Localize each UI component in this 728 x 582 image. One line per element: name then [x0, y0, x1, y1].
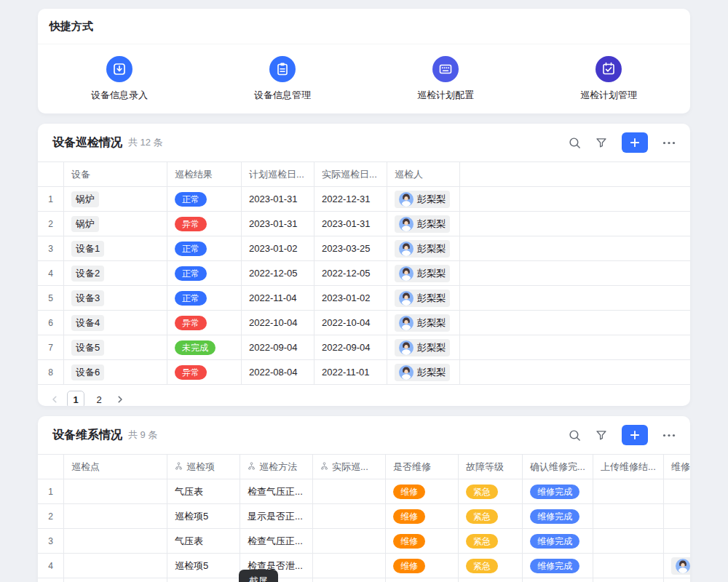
result-cell[interactable]: 正常 — [167, 286, 242, 310]
prev-page-button[interactable] — [48, 394, 61, 404]
plan-date-cell[interactable]: 2023-01-31 — [242, 212, 314, 236]
result-cell[interactable]: 异常 — [167, 311, 242, 335]
page-1[interactable]: 1 — [67, 391, 84, 406]
point-cell[interactable] — [64, 578, 167, 582]
point-cell[interactable] — [64, 504, 167, 528]
level-cell[interactable]: 紧急 — [459, 504, 523, 528]
shortcut-item-2[interactable]: 设备信息管理 — [201, 56, 364, 102]
level-cell[interactable]: 紧急 — [459, 554, 523, 578]
maintenance-search-icon[interactable] — [569, 429, 581, 442]
result-cell[interactable]: 未完成 — [167, 335, 242, 359]
actual-cell[interactable] — [313, 479, 386, 503]
repairer-cell[interactable]: 彭梨梨 — [664, 554, 690, 578]
column-header[interactable]: 巡检人 — [387, 162, 460, 186]
actual-date-cell[interactable]: 2022-12-05 — [314, 261, 387, 285]
column-header[interactable]: 确认维修完... — [523, 455, 593, 479]
actual-date-cell[interactable]: 2023-01-02 — [314, 286, 387, 310]
inspector-cell[interactable]: 彭梨梨 — [387, 187, 460, 211]
device-cell[interactable]: 设备6 — [64, 360, 167, 384]
confirm-cell[interactable]: 维修完成 — [523, 529, 593, 553]
upload-cell[interactable] — [593, 479, 664, 503]
plan-date-cell[interactable]: 2022-11-04 — [242, 286, 314, 310]
inspection-more-icon[interactable] — [662, 141, 676, 145]
actual-date-cell[interactable]: 2023-01-31 — [314, 212, 387, 236]
confirm-cell[interactable]: 维修完成 — [523, 504, 593, 528]
inspection-add-record-button[interactable] — [622, 132, 648, 153]
device-cell[interactable]: 设备2 — [64, 261, 167, 285]
actual-cell[interactable] — [313, 554, 386, 578]
device-cell[interactable]: 设备1 — [64, 236, 167, 260]
column-header[interactable]: 故障等级 — [459, 455, 523, 479]
next-page-button[interactable] — [114, 394, 127, 404]
result-cell[interactable]: 正常 — [167, 261, 242, 285]
confirm-cell[interactable]: 维修完成 — [523, 578, 593, 582]
maintenance-filter-icon[interactable] — [596, 429, 607, 441]
maintenance-add-record-button[interactable] — [622, 425, 648, 445]
device-cell[interactable]: 锅炉 — [64, 212, 167, 236]
item-cell[interactable]: 气压表 — [167, 479, 240, 503]
plan-date-cell[interactable]: 2022-08-04 — [242, 360, 314, 384]
device-cell[interactable]: 设备4 — [64, 311, 167, 335]
result-cell[interactable]: 正常 — [167, 236, 242, 260]
actual-cell[interactable] — [313, 504, 386, 528]
repairer-cell[interactable] — [664, 504, 690, 528]
level-cell[interactable]: 紧急 — [459, 479, 523, 503]
result-cell[interactable]: 异常 — [167, 212, 242, 236]
point-cell[interactable] — [64, 529, 167, 553]
repairer-cell[interactable] — [664, 578, 690, 582]
inspector-cell[interactable]: 彭梨梨 — [387, 212, 460, 236]
repair-cell[interactable]: 维修 — [386, 554, 459, 578]
shortcut-item-4[interactable]: 巡检计划管理 — [527, 56, 690, 102]
upload-cell[interactable] — [593, 554, 664, 578]
repair-cell[interactable]: 维修 — [386, 479, 459, 503]
column-header[interactable]: 巡检点 — [64, 455, 167, 479]
upload-cell[interactable] — [593, 578, 664, 582]
inspector-cell[interactable]: 彭梨梨 — [387, 286, 460, 310]
item-cell[interactable]: 气压表 — [167, 529, 240, 553]
device-cell[interactable]: 锅炉 — [64, 187, 167, 211]
plan-date-cell[interactable]: 2023-01-31 — [242, 187, 314, 211]
confirm-cell[interactable]: 维修完成 — [523, 479, 593, 503]
inspection-search-icon[interactable] — [569, 137, 581, 149]
item-cell[interactable]: 巡检项5 — [167, 504, 240, 528]
column-header[interactable]: 计划巡检日... — [242, 162, 314, 186]
repair-cell[interactable]: 维修 — [386, 529, 459, 553]
inspector-cell[interactable]: 彭梨梨 — [387, 261, 460, 285]
plan-date-cell[interactable]: 2022-10-04 — [242, 311, 314, 335]
repair-cell[interactable]: 维修 — [386, 578, 459, 582]
maintenance-more-icon[interactable] — [662, 434, 676, 437]
shortcut-item-3[interactable]: 巡检计划配置 — [364, 56, 527, 102]
item-cell[interactable]: 巡检项5 — [167, 554, 240, 578]
inspection-filter-icon[interactable] — [596, 137, 607, 148]
actual-date-cell[interactable]: 2022-10-04 — [314, 311, 387, 335]
actual-cell[interactable] — [313, 529, 386, 553]
device-cell[interactable]: 设备5 — [64, 335, 167, 359]
method-cell[interactable]: 显示是否正... — [240, 504, 313, 528]
repairer-cell[interactable] — [664, 479, 690, 503]
upload-cell[interactable] — [593, 504, 664, 528]
column-header[interactable]: 设备 — [64, 162, 167, 186]
repairer-cell[interactable] — [664, 529, 690, 553]
inspector-cell[interactable]: 彭梨梨 — [387, 311, 460, 335]
level-cell[interactable]: 一般 — [459, 578, 523, 582]
level-cell[interactable]: 紧急 — [459, 529, 523, 553]
device-cell[interactable]: 设备3 — [64, 286, 167, 310]
column-header[interactable]: 实际巡... — [313, 455, 386, 479]
inspector-cell[interactable]: 彭梨梨 — [387, 236, 460, 260]
column-header[interactable]: 巡检方法 — [240, 455, 313, 479]
result-cell[interactable]: 正常 — [167, 187, 242, 211]
point-cell[interactable] — [64, 479, 167, 503]
repair-cell[interactable]: 维修 — [386, 504, 459, 528]
column-header[interactable]: 巡检结果 — [167, 162, 242, 186]
actual-date-cell[interactable]: 2022-12-31 — [314, 187, 387, 211]
item-cell[interactable]: 巡检项5 — [167, 578, 240, 582]
actual-date-cell[interactable]: 2022-09-04 — [314, 335, 387, 359]
plan-date-cell[interactable]: 2023-01-02 — [242, 236, 314, 260]
plan-date-cell[interactable]: 2022-12-05 — [242, 261, 314, 285]
plan-date-cell[interactable]: 2022-09-04 — [242, 335, 314, 359]
upload-cell[interactable] — [593, 529, 664, 553]
column-header[interactable]: 维修 — [664, 455, 690, 479]
method-cell[interactable]: 检查气压正... — [240, 479, 313, 503]
page-2[interactable]: 2 — [90, 391, 108, 406]
column-header[interactable]: 上传维修结... — [593, 455, 664, 479]
